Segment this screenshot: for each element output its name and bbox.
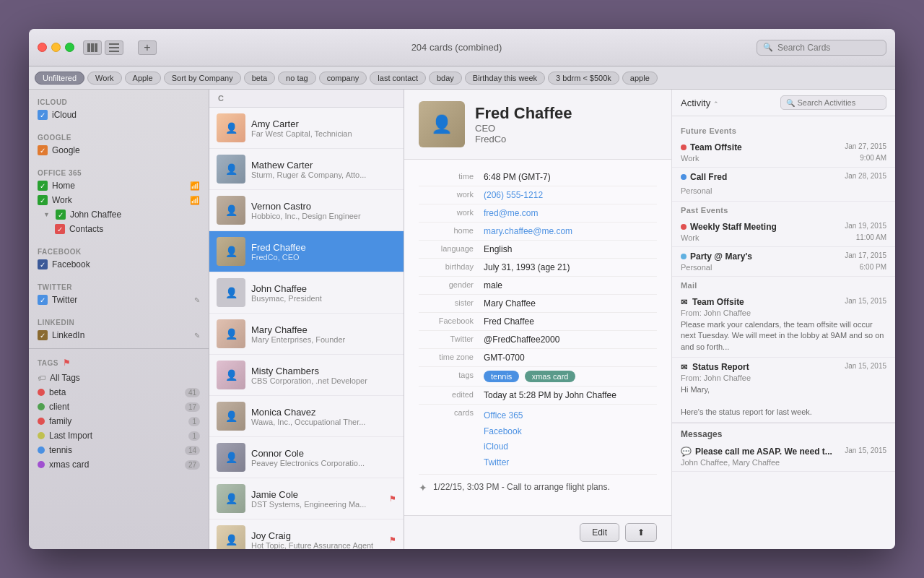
filter-apple2[interactable]: apple [622, 72, 658, 85]
edit-button[interactable]: Edit [580, 523, 619, 542]
detail-header: 👤 Fred Chaffee CEO FredCo [404, 90, 671, 160]
filter-no-tag[interactable]: no tag [278, 72, 316, 85]
card-link-facebook[interactable]: Facebook [484, 424, 657, 440]
activity-mail-content-team-offsite: Please mark your calendars, the team off… [681, 319, 886, 353]
activity-mail-status-report[interactable]: ✉ Status Report Jan 15, 2015 From: John … [672, 358, 895, 423]
contact-misty-chambers[interactable]: 👤 Misty Chambers CBS Corporation, .net D… [209, 355, 404, 396]
detail-value-work-phone[interactable]: (206) 555-1212 [484, 190, 657, 200]
close-button[interactable] [38, 43, 47, 52]
contact-list-header: C [209, 90, 404, 108]
tag-family[interactable]: family 1 [29, 414, 209, 428]
card-link-icloud[interactable]: iCloud [484, 439, 657, 455]
sidebar-group-facebook: FACEBOOK ✓ Facebook [29, 239, 209, 275]
activity-search-input[interactable] [798, 98, 881, 107]
activity-team-offsite[interactable]: Team Offsite Jan 27, 2015 Work 9:00 AM [672, 138, 895, 168]
activity-call-fred[interactable]: Call Fred Jan 28, 2015 Personal [672, 168, 895, 202]
detail-value-timezone: GMT-0700 [484, 353, 657, 363]
avatar-vernon-castro: 👤 [217, 196, 245, 225]
tag-beta[interactable]: beta 41 [29, 385, 209, 400]
filter-last-contact[interactable]: last contact [370, 72, 426, 85]
filter-unfiltered[interactable]: Unfiltered [35, 72, 84, 85]
detail-value-tags: tennis xmas card [484, 371, 657, 382]
checkbox-icloud[interactable]: ✓ [38, 110, 48, 120]
future-events-header: Future Events [672, 122, 895, 138]
card-link-o365[interactable]: Office 365 [484, 408, 657, 424]
column-view-button[interactable] [83, 40, 102, 55]
activity-mail-team-offsite[interactable]: ✉ Team Offsite Jan 15, 2015 From: John C… [672, 293, 895, 358]
detail-label-time: time [419, 172, 484, 182]
tag-label-client: client [49, 402, 69, 412]
sidebar-item-icloud[interactable]: ✓ iCloud [29, 108, 209, 122]
sidebar-item-linkedin[interactable]: ✓ LinkedIn ✎ [29, 328, 209, 342]
sidebar-item-twitter[interactable]: ✓ Twitter ✎ [29, 293, 209, 307]
filter-bdrm[interactable]: 3 bdrm < $500k [548, 72, 619, 85]
checkbox-twitter[interactable]: ✓ [38, 295, 48, 305]
activity-message-1[interactable]: 💬 Please call me ASAP. We need t... Jan … [672, 442, 895, 472]
contact-amy-carter[interactable]: 👤 Amy Carter Far West Capital, Technicia… [209, 108, 404, 149]
sidebar-item-google[interactable]: ✓ Google [29, 143, 209, 158]
detail-row-work-phone: work (206) 555-1212 [419, 186, 657, 204]
detail-value-facebook: Fred Chaffee [484, 316, 657, 327]
tag-client[interactable]: client 17 [29, 400, 209, 414]
activity-weekly-staff[interactable]: Weekly Staff Meeting Jan 19, 2015 Work 1… [672, 217, 895, 247]
checkbox-john-chaffee[interactable]: ✓ [56, 210, 66, 220]
contact-subtitle-fred-chaffee: FredCo, CEO [251, 253, 396, 262]
contact-fred-chaffee[interactable]: 👤 Fred Chaffee FredCo, CEO [209, 231, 404, 272]
contact-name-monica-chavez: Monica Chavez [251, 407, 396, 418]
filter-work[interactable]: Work [87, 72, 121, 85]
sidebar-label-o365-work: Work [52, 195, 72, 205]
filter-bday[interactable]: bday [429, 72, 462, 85]
filter-company[interactable]: company [319, 72, 367, 85]
sidebar-item-contacts[interactable]: ✓ Contacts [29, 222, 209, 236]
svg-rect-2 [95, 43, 97, 52]
minimize-button[interactable] [51, 43, 61, 52]
add-contact-button[interactable]: + [138, 40, 157, 55]
checkbox-linkedin[interactable]: ✓ [38, 330, 48, 340]
activity-mail-content-status-report: Hi Mary,Here's the status report for las… [681, 384, 886, 418]
contact-mary-chaffee[interactable]: 👤 Mary Chaffee Mary Enterprises, Founder [209, 314, 404, 355]
detail-job-title: CEO [475, 123, 572, 134]
contact-vernon-castro[interactable]: 👤 Vernon Castro Hobbico, Inc., Design En… [209, 190, 404, 231]
sidebar-group-header-google: GOOGLE [29, 131, 209, 143]
contact-joy-craig[interactable]: 👤 Joy Craig Hot Topic, Future Assurance … [209, 519, 404, 549]
activity-party-marys[interactable]: Party @ Mary's Jan 17, 2015 Personal 6:0… [672, 247, 895, 277]
wifi-icon-home: 📶 [190, 181, 200, 191]
contact-name-mary-chaffee: Mary Chaffee [251, 324, 396, 335]
mail-icon-team-offsite: ✉ [681, 298, 687, 307]
sidebar-item-john-chaffee[interactable]: ▼ ✓ John Chaffee [29, 207, 209, 222]
maximize-button[interactable] [65, 43, 74, 52]
contact-monica-chavez[interactable]: 👤 Monica Chavez Wawa, Inc., Occupational… [209, 396, 404, 437]
checkbox-o365-work[interactable]: ✓ [38, 195, 48, 205]
detail-value-twitter: @FredChaffee2000 [484, 335, 657, 345]
filter-beta[interactable]: beta [244, 72, 275, 85]
filter-birthday-week[interactable]: Birthday this week [465, 72, 545, 85]
checkbox-facebook[interactable]: ✓ [38, 259, 48, 269]
checkbox-google[interactable]: ✓ [38, 145, 48, 155]
tags-section: TAGS ⚑ 🏷 All Tags beta 41 client 17 [29, 348, 209, 478]
contact-jamie-cole[interactable]: 👤 Jamie Cole DST Systems, Engineering Ma… [209, 478, 404, 519]
activity-search-bar: 🔍 [780, 95, 887, 110]
tag-tennis[interactable]: tennis 14 [29, 443, 209, 457]
detail-value-work-email[interactable]: fred@me.com [484, 208, 657, 218]
sidebar-item-o365-work[interactable]: ✓ Work 📶 [29, 193, 209, 207]
tag-xmas[interactable]: xmas card 27 [29, 457, 209, 472]
detail-value-home-email[interactable]: mary.chaffee@me.com [484, 226, 657, 236]
contact-connor-cole[interactable]: 👤 Connor Cole Peavey Electronics Corpora… [209, 437, 404, 478]
tag-last-import[interactable]: Last Import 1 [29, 428, 209, 443]
sidebar-item-o365-home[interactable]: ✓ Home 📶 [29, 178, 209, 193]
search-input[interactable] [777, 43, 880, 53]
detail-avatar: 👤 [419, 101, 465, 147]
tag-all[interactable]: 🏷 All Tags [29, 371, 209, 385]
contact-john-chaffee[interactable]: 👤 John Chaffee Busymac, President [209, 272, 404, 314]
checkbox-contacts[interactable]: ✓ [55, 224, 65, 234]
activity-time-weekly-staff: 11:00 AM [856, 233, 886, 242]
filter-apple[interactable]: Apple [125, 72, 161, 85]
checkbox-o365-home[interactable]: ✓ [38, 181, 48, 191]
sidebar-item-facebook[interactable]: ✓ Facebook [29, 257, 209, 272]
contact-mathew-carter[interactable]: 👤 Mathew Carter Sturm, Ruger & Company, … [209, 149, 404, 190]
list-view-button[interactable] [105, 40, 123, 55]
share-button[interactable]: ⬆ [625, 523, 657, 542]
card-link-twitter[interactable]: Twitter [484, 455, 657, 471]
filter-sort-company[interactable]: Sort by Company [164, 72, 241, 85]
detail-label-home-email: home [419, 226, 484, 236]
